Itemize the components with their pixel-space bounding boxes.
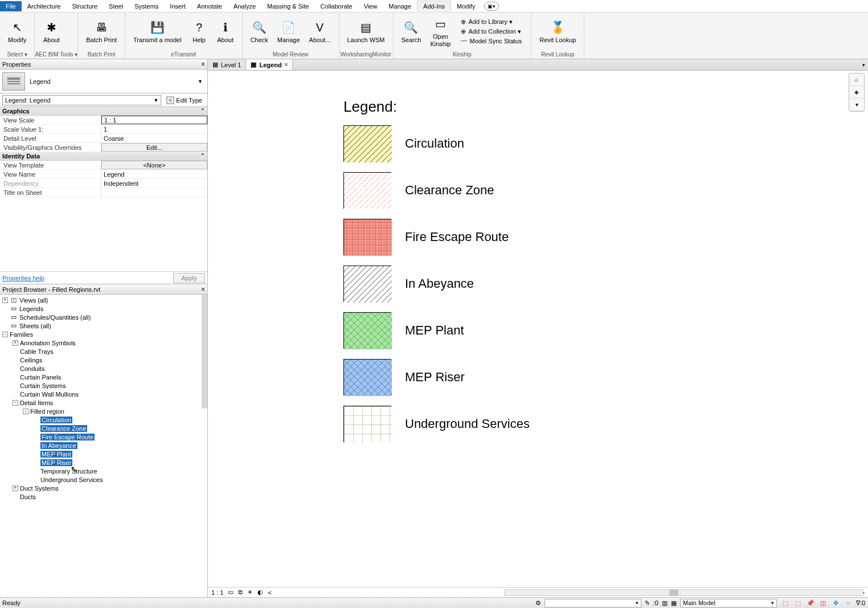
collapse-icon[interactable]: ⌃	[200, 108, 205, 115]
collapse-icon[interactable]: -	[23, 409, 28, 414]
ribbon-tab-manage[interactable]: Manage	[383, 1, 417, 11]
select-face-icon[interactable]: ◫	[818, 599, 828, 607]
view-canvas[interactable]: ⌂ ◈ ▾ Legend: CirculationClearance ZoneF…	[208, 71, 868, 587]
prop-value[interactable]: Independent	[101, 179, 207, 187]
tree-row[interactable]: -Families	[0, 330, 207, 338]
filter-icon[interactable]: ▥	[662, 599, 668, 607]
ribbon-btn-batch-print[interactable]: 🖶Batch Print	[81, 18, 121, 44]
prop-value[interactable]: Legend	[101, 170, 207, 178]
view-style-icon[interactable]: ⧉	[238, 589, 243, 596]
ribbon-btn-about[interactable]: ℹAbout	[212, 18, 239, 44]
apply-button[interactable]: Apply	[173, 273, 205, 283]
design-options-icon[interactable]: ▦	[671, 599, 677, 607]
tree-scrollbar[interactable]	[202, 295, 207, 409]
tree-row[interactable]: Conduits	[0, 364, 207, 373]
filter-selection-icon[interactable]: ∇:0	[855, 599, 866, 607]
ribbon-btn-modify[interactable]: ↖Modify	[3, 18, 31, 44]
tree-row[interactable]: +◫Views (all)	[0, 296, 207, 304]
ribbon-tab-file[interactable]: File	[0, 1, 22, 11]
worksets-icon[interactable]: ⚙	[535, 599, 541, 607]
editable-only-icon[interactable]: ✎	[645, 599, 650, 607]
tree-row[interactable]: Curtain Panels	[0, 373, 207, 381]
view-scale-label[interactable]: 1 : 1	[211, 589, 223, 596]
tree-row[interactable]: MEP Plant	[0, 450, 207, 458]
ribbon-tab-modify[interactable]: Modify	[451, 1, 481, 11]
doc-tab-close-icon[interactable]: ×	[285, 62, 288, 68]
doc-tab-level-1[interactable]: ▦Level 1	[208, 59, 246, 70]
doc-tab-legend[interactable]: ▦Legend×	[246, 59, 293, 70]
properties-close-icon[interactable]: ×	[201, 60, 205, 68]
ribbon-tab-structure[interactable]: Structure	[66, 1, 103, 11]
expand-icon[interactable]: +	[13, 485, 18, 491]
prop-value[interactable]: Edit...	[101, 143, 207, 152]
tree-row[interactable]: Underground Services	[0, 475, 207, 484]
ribbon-tab-add-ins[interactable]: Add-Ins	[417, 1, 451, 11]
browser-close-icon[interactable]: ×	[201, 285, 205, 293]
scrollbar-thumb[interactable]	[669, 590, 678, 595]
view-detail-icon[interactable]: ▭	[228, 589, 234, 596]
tree-row[interactable]: ▭Sheets (all)	[0, 321, 207, 330]
tree-row[interactable]: Fire Escape Route	[0, 432, 207, 441]
ribbon-btn-about-[interactable]: VAbout...	[305, 18, 335, 44]
ribbon-link-add-to-library-[interactable]: ⊕Add to Library ▾	[460, 18, 523, 26]
ribbon-btn-revit-lookup[interactable]: 🏅Revit Lookup	[535, 18, 580, 44]
ribbon-btn-check[interactable]: 🔍Check	[246, 18, 273, 44]
tree-row[interactable]: +Duct Systems	[0, 484, 207, 492]
tree-row[interactable]: +Annotation Symbols	[0, 338, 207, 347]
prop-section-header[interactable]: Graphics⌃	[0, 107, 207, 116]
type-selector-dropdown-icon[interactable]: ▼	[198, 79, 205, 84]
ribbon-tab-architecture[interactable]: Architecture	[22, 1, 67, 11]
ribbon-tab-annotate[interactable]: Annotate	[191, 1, 228, 11]
ribbon-tab-view[interactable]: View	[358, 1, 383, 11]
properties-help-link[interactable]: Properties help	[2, 275, 44, 281]
ribbon-btn-open-kinship[interactable]: ▭OpenKinship	[425, 14, 455, 48]
collapse-icon[interactable]: -	[13, 400, 18, 406]
select-links-icon[interactable]: ⬚	[780, 599, 791, 607]
prop-value[interactable]: <None>	[101, 161, 207, 169]
ribbon-tab-insert[interactable]: Insert	[164, 1, 191, 11]
tree-row[interactable]: Cable Trays	[0, 347, 207, 356]
drag-elements-icon[interactable]: ✥	[830, 599, 841, 607]
type-selector[interactable]: Legend ▼	[0, 70, 207, 93]
select-pinned-icon[interactable]: 📌	[805, 599, 816, 607]
expand-icon[interactable]: +	[13, 340, 18, 346]
sun-path-icon[interactable]: ☀	[247, 589, 253, 596]
collapse-icon[interactable]: -	[2, 332, 8, 337]
tree-row[interactable]: -Filled region	[0, 407, 207, 415]
ribbon-btn-search[interactable]: 🔍Search	[397, 18, 426, 44]
tree-row[interactable]: MEP Riser	[0, 458, 207, 467]
ribbon-btn-launch-wsm[interactable]: ▤Launch WSM	[343, 18, 390, 44]
ribbon-tab-massing-site[interactable]: Massing & Site	[261, 1, 314, 11]
tree-row[interactable]: Curtain Wall Mullions	[0, 390, 207, 398]
collapse-icon[interactable]: ⌃	[200, 153, 205, 160]
prop-value[interactable]: 1	[101, 125, 207, 133]
prop-value[interactable]: 1 : 1	[101, 116, 207, 124]
tree-row[interactable]: Curtain Systems	[0, 381, 207, 390]
view-cube[interactable]: ⌂ ◈ ▾	[849, 73, 865, 112]
tree-row[interactable]: Circulation	[0, 415, 207, 424]
ribbon-expand-icon[interactable]: ▣▾	[484, 2, 499, 11]
ribbon-link-add-to-collection-[interactable]: ⊕Add to Collection ▾	[460, 27, 523, 36]
ribbon-btn-about[interactable]: ✱About	[38, 18, 64, 44]
ribbon-tab-systems[interactable]: Systems	[129, 1, 164, 11]
tree-row[interactable]: Temporary Structure	[0, 467, 207, 475]
expand-icon[interactable]: +	[2, 297, 8, 303]
project-tree[interactable]: +◫Views (all)▭Legends▭Schedules/Quantiti…	[0, 295, 207, 597]
tree-row[interactable]: ▭Schedules/Quantities (all)	[0, 313, 207, 321]
ribbon-tab-analyze[interactable]: Analyze	[228, 1, 261, 11]
edit-type-button[interactable]: Edit Type	[163, 95, 205, 105]
ribbon-link-model-sync-status[interactable]: 〰Model Sync Status	[460, 37, 523, 45]
view-cube-nav-icon[interactable]: ◈	[849, 86, 864, 99]
view-cube-expand-icon[interactable]: ▾	[849, 99, 864, 111]
tree-row[interactable]: -Detail Items	[0, 398, 207, 407]
view-cube-home-icon[interactable]: ⌂	[849, 74, 864, 86]
ribbon-btn-transmit-a-model[interactable]: 💾Transmit a model	[129, 18, 186, 44]
design-option-dropdown[interactable]: Main Model▾	[680, 599, 777, 607]
shadows-icon[interactable]: ◐	[257, 589, 263, 596]
tree-row[interactable]: In Abeyance	[0, 441, 207, 450]
prop-value[interactable]: Coarse	[101, 134, 207, 142]
ribbon-tab-collaborate[interactable]: Collaborate	[314, 1, 358, 11]
tree-row[interactable]: Clearance Zone	[0, 424, 207, 432]
horizontal-scrollbar[interactable]	[504, 589, 863, 596]
ribbon-btn-manage[interactable]: 📄Manage	[273, 18, 305, 44]
